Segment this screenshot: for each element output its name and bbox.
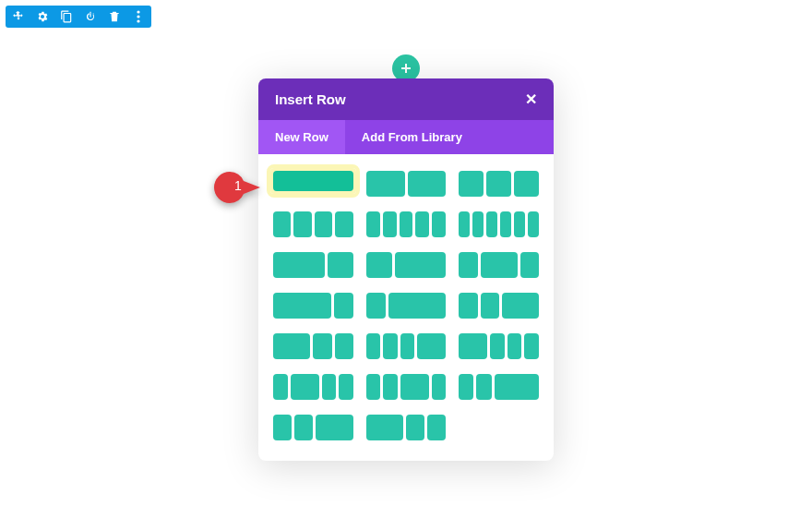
layout-col xyxy=(366,415,403,440)
power-icon[interactable] xyxy=(83,9,98,24)
layout-option-2-1-1[interactable] xyxy=(273,333,353,359)
svg-point-0 xyxy=(137,10,139,13)
layout-option-1-2-1[interactable] xyxy=(459,252,539,278)
tab-add-from-library[interactable]: Add From Library xyxy=(345,120,479,154)
layout-option-2-1-1b[interactable] xyxy=(366,415,447,440)
layout-col xyxy=(459,171,484,197)
layout-col xyxy=(383,374,398,400)
section-toolbar xyxy=(6,6,151,28)
layout-col xyxy=(335,211,352,237)
layout-option-1-1-3[interactable] xyxy=(459,374,539,400)
layout-col xyxy=(408,171,447,197)
layout-col xyxy=(459,374,473,400)
layout-col xyxy=(502,293,539,319)
layout-col xyxy=(528,211,539,237)
layout-option-1-3[interactable] xyxy=(366,293,447,319)
layout-col xyxy=(328,252,353,278)
layout-col xyxy=(366,374,381,400)
layout-option-1-1-2[interactable] xyxy=(459,293,539,319)
layout-col xyxy=(366,293,386,319)
layout-col xyxy=(294,415,313,440)
layout-col xyxy=(400,374,429,400)
layout-col xyxy=(432,211,446,237)
layout-col xyxy=(432,374,447,400)
close-icon[interactable]: ✕ xyxy=(525,92,537,107)
trash-icon[interactable] xyxy=(107,9,122,24)
layout-col xyxy=(476,374,491,400)
insert-row-modal: Insert Row ✕ New Row Add From Library xyxy=(258,78,554,461)
layout-col xyxy=(486,171,511,197)
layout-option-thirds[interactable] xyxy=(459,171,539,197)
layout-col xyxy=(366,211,380,237)
layout-option-full[interactable] xyxy=(270,168,356,194)
svg-point-2 xyxy=(137,19,139,22)
layout-option-1-2-1-1[interactable] xyxy=(273,374,353,400)
more-icon[interactable] xyxy=(131,9,146,24)
layout-col xyxy=(520,252,539,278)
modal-header: Insert Row ✕ xyxy=(258,78,554,120)
layout-col xyxy=(315,211,332,237)
layout-col xyxy=(417,333,446,359)
layout-option-sixths[interactable] xyxy=(459,211,539,237)
layout-option-quarters[interactable] xyxy=(273,211,353,237)
layout-col xyxy=(273,333,310,359)
duplicate-icon[interactable] xyxy=(59,9,74,24)
layout-col xyxy=(427,415,446,440)
annotation-number: 1 xyxy=(234,178,242,193)
layout-col xyxy=(524,333,539,359)
layout-col xyxy=(383,333,398,359)
layout-col xyxy=(481,293,499,319)
layout-col xyxy=(366,171,405,197)
layout-option-2-1[interactable] xyxy=(273,252,353,278)
layout-col xyxy=(472,211,484,237)
tab-new-row[interactable]: New Row xyxy=(258,120,345,154)
layout-grid xyxy=(258,154,554,461)
layout-option-3-1[interactable] xyxy=(273,293,353,319)
layout-option-1-1-2b[interactable] xyxy=(273,415,353,440)
layout-col xyxy=(316,415,352,440)
layout-col xyxy=(335,333,353,359)
settings-icon[interactable] xyxy=(35,9,50,24)
layout-col xyxy=(366,333,381,359)
modal-tabs: New Row Add From Library xyxy=(258,120,554,154)
layout-col xyxy=(508,333,522,359)
layout-col xyxy=(459,252,477,278)
svg-point-1 xyxy=(137,15,139,18)
layout-col xyxy=(514,171,539,197)
layout-col xyxy=(383,211,397,237)
layout-col xyxy=(273,211,291,237)
move-icon[interactable] xyxy=(11,9,26,24)
layout-col xyxy=(415,211,429,237)
layout-col xyxy=(395,252,447,278)
layout-col xyxy=(322,374,337,400)
layout-option-2-1-1-1[interactable] xyxy=(459,333,539,359)
layout-col xyxy=(366,252,392,278)
layout-option-1-1-2-1[interactable] xyxy=(366,374,447,400)
layout-col xyxy=(273,171,353,191)
layout-col xyxy=(406,415,424,440)
layout-col xyxy=(291,374,319,400)
layout-col xyxy=(459,293,477,319)
modal-title: Insert Row xyxy=(275,91,346,107)
layout-col xyxy=(339,374,353,400)
layout-col xyxy=(486,211,497,237)
layout-col xyxy=(495,374,539,400)
layout-col xyxy=(273,415,292,440)
layout-col xyxy=(273,252,325,278)
layout-option-half-half[interactable] xyxy=(366,171,447,197)
layout-option-fifths[interactable] xyxy=(366,211,447,237)
layout-col xyxy=(400,211,413,237)
layout-col xyxy=(273,374,288,400)
layout-col xyxy=(400,333,415,359)
layout-col xyxy=(500,211,511,237)
annotation-marker: 1 xyxy=(214,172,260,203)
layout-col xyxy=(334,293,353,319)
layout-option-1-1-1-2[interactable] xyxy=(366,333,447,359)
layout-col xyxy=(313,333,331,359)
layout-col xyxy=(293,211,311,237)
layout-col xyxy=(490,333,505,359)
layout-col xyxy=(514,211,525,237)
layout-col xyxy=(459,211,470,237)
layout-col xyxy=(481,252,518,278)
layout-option-1-2[interactable] xyxy=(366,252,447,278)
